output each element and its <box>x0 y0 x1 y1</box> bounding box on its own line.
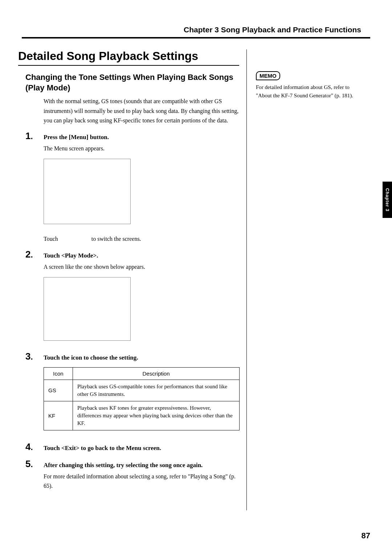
table-row: KF Playback uses KF tones for greater ex… <box>44 401 240 430</box>
playmode-screenshot <box>44 277 131 341</box>
step-instruction: Touch <Play Mode>. <box>44 251 98 260</box>
step-5: 5. After changing this setting, try sele… <box>22 458 239 470</box>
step-instruction: Touch the icon to choose the setting. <box>44 353 138 362</box>
thumb-tab: Chapter 3 <box>383 182 392 218</box>
step-number: 1. <box>22 130 44 142</box>
step-number: 2. <box>22 249 44 260</box>
section-subtitle: Changing the Tone Settings When Playing … <box>25 72 239 93</box>
table-cell-icon: GS <box>44 380 73 401</box>
memo-icon: MEMO <box>256 71 280 80</box>
table-cell-desc: Playback uses GS-compatible tones for pe… <box>73 380 240 401</box>
table-header-desc: Description <box>73 367 240 380</box>
sidebar-column: MEMO For detailed information about GS, … <box>247 49 363 510</box>
table-header-row: Icon Description <box>44 367 240 380</box>
step-5-follow: For more detailed information about sele… <box>44 472 239 491</box>
step-1-follow: The Menu screen appears. <box>44 144 239 153</box>
memo-text: For detailed information about GS, refer… <box>256 83 363 100</box>
step-instruction: Touch <Exit> to go back to the Menu scre… <box>44 444 161 453</box>
table-header-icon: Icon <box>44 367 73 380</box>
table-cell-icon: KF <box>44 401 73 430</box>
intro-paragraph: With the normal setting, GS tones (sound… <box>44 97 239 125</box>
step-1-extra: Touch to switch the screens. <box>44 234 239 244</box>
chapter-header: Chapter 3 Song Playback and Practice Fun… <box>22 25 370 34</box>
step-number: 5. <box>22 458 44 470</box>
step-number: 4. <box>22 441 44 453</box>
settings-table: Icon Description GS Playback uses GS-com… <box>44 367 240 430</box>
step-4: 4. Touch <Exit> to go back to the Menu s… <box>22 441 239 453</box>
step-instruction: After changing this setting, try selecti… <box>44 461 203 470</box>
table-cell-desc: Playback uses KF tones for greater expre… <box>73 401 240 430</box>
step-instruction: Press the [Menu] button. <box>44 133 109 142</box>
step-2-follow: A screen like the one shown below appear… <box>44 262 239 272</box>
main-column: Detailed Song Playback Settings Changing… <box>22 49 247 510</box>
table-row: GS Playback uses GS-compatible tones for… <box>44 380 240 401</box>
step-2: 2. Touch <Play Mode>. <box>22 249 239 260</box>
page-number: 87 <box>362 531 370 540</box>
section-title: Detailed Song Playback Settings <box>18 49 239 66</box>
step-number: 3. <box>22 351 44 362</box>
menu-screenshot <box>44 159 131 224</box>
step-3: 3. Touch the icon to choose the setting. <box>22 351 239 362</box>
header-rule <box>22 37 370 39</box>
step-1: 1. Press the [Menu] button. <box>22 130 239 142</box>
